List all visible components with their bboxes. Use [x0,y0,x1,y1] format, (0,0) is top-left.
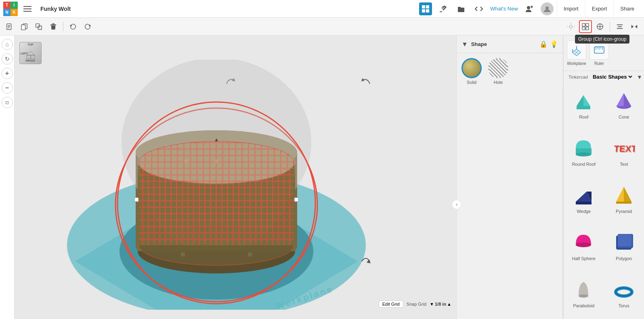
svg-point-72 [139,142,294,183]
shapes-category: Tinkercad Basic Shapes ▼ [564,71,644,83]
shape-properties-panel: ▼ Shape 🔒 💡 Solid Hole [457,35,563,319]
solid-hole-selector: Solid Hole [457,53,563,90]
edit-grid-button[interactable]: Edit Grid [379,300,403,308]
shape-item-half-sphere[interactable]: Half Sphere [564,225,604,272]
svg-marker-74 [367,259,371,263]
canvas-area[interactable]: Workplane [15,35,456,319]
svg-rect-6 [426,9,429,13]
mirror-button[interactable] [628,20,641,33]
shape-item-round-roof[interactable]: Round Roof [564,130,604,177]
shape-item-torus[interactable]: Torus [604,272,644,319]
svg-point-96 [576,152,591,156]
toolbar-right: Group (Ctrl icon-group [564,20,641,33]
ruler-tool[interactable]: Ruler [589,40,609,66]
shapes-library: Workplane Ruler [563,35,644,319]
text-shape: TEXT TEXT [612,135,636,159]
workplane-tool[interactable]: Workplane [567,40,586,66]
delete-button[interactable] [47,20,60,33]
shape-item-roof[interactable]: Roof [564,83,604,130]
svg-rect-3 [422,5,425,8]
shape-header-icons: 🔒 💡 [539,40,558,48]
add-user-button[interactable] [523,2,536,15]
shape-item-wedge[interactable]: Wedge [564,177,604,225]
logo-i: I [10,2,18,9]
pyramid-shape [612,182,636,206]
polygon-label: Polygon [616,256,632,261]
shape-item-polygon[interactable]: Polygon [604,225,644,272]
shape-item-text[interactable]: TEXT TEXT Text [604,130,644,177]
svg-rect-36 [617,28,623,29]
menu-button[interactable] [21,2,34,15]
zoom-out-button[interactable]: − [2,82,13,94]
projects-button[interactable] [455,2,468,15]
light-button[interactable] [564,20,577,33]
category-select[interactable]: Basic Shapes [591,73,634,80]
user-avatar[interactable] [541,2,554,15]
zoom-in-button[interactable]: + [2,68,13,79]
svg-rect-60 [294,198,298,202]
code-button[interactable] [472,2,485,15]
lock-icon[interactable]: 🔒 [539,40,548,48]
svg-point-11 [545,6,549,10]
left-sidebar: ⌂ ↻ + − ⊡ [0,35,15,319]
grid-view-button[interactable] [419,2,432,15]
svg-marker-101 [576,202,592,204]
shape-item-pyramid[interactable]: Pyramid [604,177,644,225]
align-button[interactable] [613,20,626,33]
tinkercad-logo[interactable]: T I N K [3,2,18,16]
wedge-label: Wedge [577,209,591,214]
rotate-view-button[interactable]: ↻ [2,53,13,65]
shape-item-cone[interactable]: Cone [604,83,644,130]
group-button[interactable] [579,20,592,33]
collapse-panel-button[interactable]: › [452,200,461,209]
shape-item-paraboloid[interactable]: Paraboloid [564,272,604,319]
svg-rect-17 [21,25,25,30]
logo-n: N [3,9,10,16]
half-sphere-shape [572,229,596,254]
snap-increase[interactable]: ▲ [447,302,451,306]
whats-new-button[interactable]: What's New [490,6,518,12]
hole-material-button[interactable]: Hole [488,58,508,85]
solid-material-button[interactable]: Solid [461,58,482,85]
solid-label: Solid [467,80,476,85]
svg-rect-30 [586,23,589,26]
home-view-button[interactable]: ⌂ [2,39,13,50]
separator-1 [63,22,63,31]
shapes-grid: Roof Cone [564,83,644,319]
svg-rect-19 [38,26,42,29]
svg-text:TEXT: TEXT [614,144,635,154]
cone-shape [612,88,636,112]
visibility-icon[interactable]: 💡 [550,40,558,48]
export-button[interactable]: Export [585,0,614,18]
svg-marker-91 [577,106,590,109]
svg-rect-1 [23,8,31,9]
fit-view-button[interactable]: ⊡ [2,97,13,108]
share-button[interactable]: Share [613,0,641,18]
nav-right: What's New [419,2,554,15]
duplicate-button[interactable] [32,20,45,33]
svg-marker-94 [624,93,631,106]
svg-rect-20 [52,23,54,24]
tools-button[interactable] [437,2,450,15]
undo-button[interactable] [67,20,80,33]
svg-point-22 [569,25,572,28]
redo-button[interactable] [81,20,94,33]
viewport[interactable]: TOP LEFT FRONT [15,35,456,319]
import-button[interactable]: Import [557,0,585,18]
svg-rect-5 [422,9,425,13]
svg-rect-35 [618,26,622,27]
category-dropdown-button[interactable]: ▼ [637,74,642,80]
ungroup-button[interactable] [594,20,606,33]
solid-circle [461,58,482,78]
paraboloid-label: Paraboloid [573,303,594,308]
workplane-label: Workplane [567,61,586,66]
new-button[interactable] [3,20,16,33]
ruler-label: Ruler [594,61,604,66]
right-container: ▼ Shape 🔒 💡 Solid Hole [456,35,644,319]
snap-value: 1/8 in [435,302,446,306]
polygon-shape [612,229,636,254]
shape-dropdown-arrow[interactable]: ▼ [461,41,468,48]
copy-button[interactable] [18,20,31,33]
snap-decrease[interactable]: ▼ [430,302,434,306]
svg-rect-4 [426,5,429,8]
